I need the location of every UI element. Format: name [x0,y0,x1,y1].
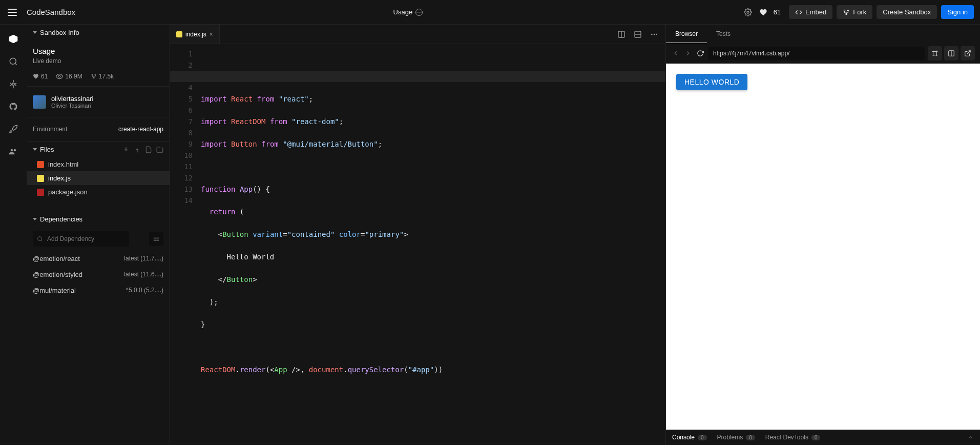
tab-indexjs[interactable]: index.js × [170,25,220,44]
preview-content: HELLO WORLD [666,64,980,430]
close-icon[interactable]: × [210,31,213,38]
editor-area: index.js × 1 2 3 4 5 [170,25,665,445]
svg-point-9 [95,74,96,75]
settings-icon[interactable] [741,5,755,19]
url-actions [928,46,975,60]
activity-explorer[interactable] [7,33,19,45]
new-file-icon[interactable] [145,146,152,153]
dependencies-section: Dependencies @emotion/react latest (11.7… [27,211,170,298]
url-input[interactable] [708,47,925,60]
tabs-actions [614,27,665,42]
header-actions: 61 Embed Fork Create Sandbox Sign in [741,5,974,19]
svg-point-22 [656,33,657,35]
activity-bar [0,25,27,445]
env-label: Environment [33,126,67,133]
more-icon[interactable] [647,27,661,42]
embed-button[interactable]: Embed [789,5,832,19]
hamburger-icon [8,9,17,16]
svg-point-4 [10,58,16,64]
devtools-react[interactable]: React DevTools 0 [765,434,821,441]
signin-button[interactable]: Sign in [941,5,974,19]
split-horizontal-icon[interactable] [614,27,629,42]
file-name: index.html [48,160,78,168]
fork-button[interactable]: Fork [837,5,872,19]
sandbox-subtitle: Live demo [33,57,163,65]
tab-tests[interactable]: Tests [707,25,740,43]
files-label: Files [40,146,54,153]
svg-line-12 [41,240,42,241]
deps-label: Dependencies [40,215,82,223]
sandbox-info-header[interactable]: Sandbox Info [27,25,170,41]
code-lines: import React from "react"; import ReactD… [201,82,655,420]
tabs-bar: index.js × [170,25,665,44]
sidebar: Sandbox Info Usage Live demo 61 16.9M 17… [27,25,170,445]
layout-icon[interactable] [944,46,958,60]
line-number: 13 [170,184,193,195]
nav-back-icon[interactable] [671,49,680,58]
create-sandbox-button[interactable]: Create Sandbox [877,5,937,19]
activity-search[interactable] [7,55,19,68]
upload-icon[interactable] [134,146,141,153]
svg-point-2 [848,10,849,11]
line-number: 1 [170,48,193,59]
hello-world-button[interactable]: HELLO WORLD [676,74,747,90]
svg-point-7 [59,75,61,77]
activity-deploy[interactable] [7,123,19,135]
caret-down-icon [33,148,37,151]
likes-value: 61 [41,73,48,80]
split-vertical-icon[interactable] [631,27,645,42]
devtools-problems[interactable]: Problems 0 [717,434,755,441]
avatar [33,95,46,109]
menu-button[interactable] [6,6,18,18]
dep-item[interactable]: @mui/material ^5.0.0 (5.2....) [27,282,170,298]
nav-forward-icon[interactable] [683,49,693,58]
svg-point-3 [846,13,847,14]
devtools-toggle[interactable] [968,434,974,440]
current-line-highlight [170,71,665,82]
nav-reload-icon[interactable] [696,49,705,58]
new-window-icon[interactable] [961,46,975,60]
author[interactable]: oliviertassinari Olivier Tassinari [27,87,170,117]
dep-item[interactable]: @emotion/react latest (11.7....) [27,251,170,267]
dep-item[interactable]: @emotion/styled latest (11.6....) [27,267,170,282]
file-item-html[interactable]: index.html [27,157,170,171]
line-number: 8 [170,127,193,138]
dep-menu-button[interactable] [149,232,163,246]
line-number: 9 [170,138,193,150]
svg-point-6 [12,83,15,86]
activity-config[interactable] [7,78,19,90]
devtools-console[interactable]: Console 0 [672,434,707,441]
env-value[interactable]: create-react-app [118,126,163,133]
code-editor[interactable]: 1 2 3 4 5 6 7 8 9 10 11 12 13 14 import … [170,44,665,445]
dep-input[interactable] [33,231,129,247]
logo-text[interactable]: CodeSandbox [27,8,75,16]
deps-header[interactable]: Dependencies [27,211,170,227]
heart-icon[interactable] [759,8,767,16]
stats: 61 16.9M 17.5k [33,73,163,80]
dep-input-wrap [33,231,146,247]
download-icon[interactable] [122,146,130,153]
embed-label: Embed [805,8,826,16]
svg-point-0 [747,11,749,13]
svg-point-21 [654,33,655,35]
tab-browser[interactable]: Browser [666,25,707,43]
fork-label: Fork [853,8,866,16]
header-title: Usage [75,8,741,16]
url-bar [666,43,980,64]
activity-live[interactable] [7,146,19,158]
line-number: 14 [170,195,193,206]
file-item-json[interactable]: package.json [27,185,170,199]
caret-down-icon [33,218,37,220]
like-count: 61 [774,8,781,16]
file-item-js[interactable]: index.js [27,171,170,185]
code-content[interactable]: import React from "react"; import ReactD… [201,48,665,445]
header: CodeSandbox Usage 61 Embed Fork Create S… [0,0,980,25]
frame-icon[interactable] [928,46,942,60]
new-folder-icon[interactable] [156,146,163,153]
main: Sandbox Info Usage Live demo 61 16.9M 17… [0,25,980,445]
activity-github[interactable] [7,100,19,113]
globe-icon [415,9,423,16]
file-list: index.html index.js package.json [27,157,170,199]
files-header[interactable]: Files [27,141,170,157]
gutter: 1 2 3 4 5 6 7 8 9 10 11 12 13 14 [170,48,201,445]
